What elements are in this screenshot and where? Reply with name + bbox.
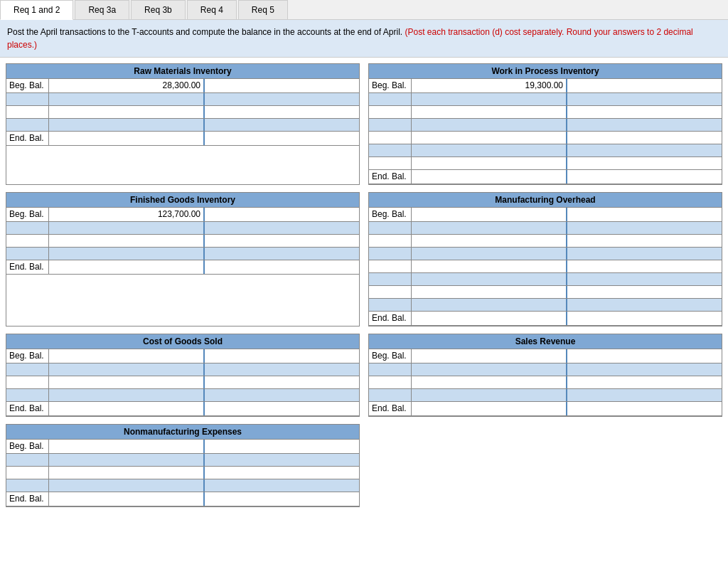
nonmanufacturing-body: Beg. Bal. End. Bal. [6,440,359,506]
wip-row3 [369,119,722,132]
raw-materials-row3 [6,119,359,132]
cogs-end-bal-row: End. Bal. [6,402,359,416]
instructions-box: Post the April transactions to the T-acc… [0,20,728,58]
mo-row1 [369,222,722,235]
wip-end-bal-credit[interactable] [567,170,722,184]
fg-row3 [6,248,359,260]
sales-revenue-header: Sales Revenue [369,334,722,349]
cogs-beg-bal-debit[interactable] [49,349,205,363]
nm-row3 [6,479,359,492]
sr-beg-bal-credit[interactable] [567,349,722,363]
work-in-process-header: Work in Process Inventory [369,64,722,79]
nm-end-bal-debit[interactable] [49,492,205,506]
finished-goods-header: Finished Goods Inventory [6,193,359,208]
wip-row6 [369,157,722,170]
sr-beg-bal-label: Beg. Bal. [369,349,412,363]
cogs-beg-bal-credit[interactable] [205,349,359,363]
tab-req1and2[interactable]: Req 1 and 2 [0,0,73,20]
cogs-end-bal-credit[interactable] [205,402,359,415]
mo-row6 [369,286,722,299]
raw-materials-end-bal-credit[interactable] [205,132,359,145]
tab-bar: Req 1 and 2 Req 3a Req 3b Req 4 Req 5 [0,0,728,20]
mo-row7 [369,299,722,312]
mo-row2 [369,235,722,248]
raw-materials-beg-bal-credit[interactable] [205,79,359,92]
nm-end-bal-label: End. Bal. [6,492,49,506]
manufacturing-overhead-header: Manufacturing Overhead [369,193,722,208]
sr-beg-bal-debit[interactable] [412,349,567,363]
cogs-header: Cost of Goods Sold [6,334,359,349]
mo-row4 [369,260,722,273]
nm-beg-bal-row: Beg. Bal. [6,440,359,454]
raw-materials-end-bal-debit[interactable] [49,132,205,145]
tab-req4[interactable]: Req 4 [187,0,237,19]
t-account-cost-of-goods-sold: Cost of Goods Sold Beg. Bal. End. Bal. [6,334,360,417]
content-area: Raw Materials Inventory Beg. Bal. 28,300… [0,58,728,513]
fg-row1 [6,222,359,235]
sr-row2 [369,376,722,389]
nm-beg-bal-credit[interactable] [205,440,359,453]
mo-row3 [369,248,722,260]
raw-materials-header: Raw Materials Inventory [6,64,359,79]
grid-placeholder [368,424,722,507]
raw-materials-beg-bal-row: Beg. Bal. 28,300.00 [6,79,359,93]
nm-beg-bal-debit[interactable] [49,440,205,453]
mo-beg-bal-label: Beg. Bal. [369,208,412,221]
wip-end-bal-label: End. Bal. [369,170,412,184]
sr-end-bal-credit[interactable] [567,402,722,415]
raw-materials-beg-bal-label: Beg. Bal. [6,79,49,92]
raw-materials-end-bal-label: End. Bal. [6,132,49,145]
wip-beg-bal-row: Beg. Bal. 19,300.00 [369,79,722,93]
mo-end-bal-credit[interactable] [567,312,722,325]
sr-row1 [369,363,722,376]
wip-row5 [369,144,722,157]
mo-beg-bal-credit[interactable] [567,208,722,221]
sales-revenue-body: Beg. Bal. End. Bal. [369,349,722,416]
work-in-process-body: Beg. Bal. 19,300.00 End [369,79,722,184]
nm-end-bal-credit[interactable] [205,492,359,506]
fg-end-bal-label: End. Bal. [6,260,49,274]
raw-materials-row1 [6,93,359,106]
fg-beg-bal-credit[interactable] [205,208,359,221]
wip-beg-bal-label: Beg. Bal. [369,79,412,92]
fg-end-bal-debit[interactable] [49,260,205,274]
wip-beg-bal-credit[interactable] [567,79,722,92]
t-account-work-in-process: Work in Process Inventory Beg. Bal. 19,3… [368,63,722,185]
instructions-main: Post the April transactions to the T-acc… [7,27,402,37]
t-account-finished-goods: Finished Goods Inventory Beg. Bal. 123,7… [6,192,360,326]
manufacturing-overhead-body: Beg. Bal. [369,208,722,326]
sr-row3 [369,389,722,402]
nm-beg-bal-label: Beg. Bal. [6,440,49,453]
wip-beg-bal-debit: 19,300.00 [412,79,567,92]
cogs-row1 [6,363,359,376]
wip-row1 [369,93,722,106]
wip-end-bal-row: End. Bal. [369,170,722,184]
mo-end-bal-row: End. Bal. [369,312,722,326]
raw-materials-body: Beg. Bal. 28,300.00 End. Bal. [6,79,359,146]
tab-req3b[interactable]: Req 3b [131,0,186,19]
sr-end-bal-label: End. Bal. [369,402,412,415]
fg-row2 [6,235,359,248]
mo-beg-bal-debit[interactable] [412,208,567,221]
tabs-container: Req 1 and 2 Req 3a Req 3b Req 4 Req 5 [0,0,728,20]
fg-end-bal-row: End. Bal. [6,260,359,275]
cogs-row2 [6,376,359,389]
sr-end-bal-debit[interactable] [412,402,567,415]
cogs-end-bal-debit[interactable] [49,402,205,415]
nm-row1 [6,454,359,467]
nonmanufacturing-header: Nonmanufacturing Expenses [6,425,359,440]
mo-row5 [369,273,722,286]
nm-row2 [6,467,359,479]
cogs-body: Beg. Bal. End. Bal. [6,349,359,416]
tab-req3a[interactable]: Req 3a [75,0,129,19]
fg-end-bal-credit[interactable] [205,260,359,274]
wip-row2 [369,106,722,119]
fg-beg-bal-row: Beg. Bal. 123,700.00 [6,208,359,222]
mo-end-bal-debit[interactable] [412,312,567,325]
sr-end-bal-row: End. Bal. [369,402,722,416]
t-account-manufacturing-overhead: Manufacturing Overhead Beg. Bal. [368,192,722,326]
tab-req5[interactable]: Req 5 [238,0,288,19]
fg-beg-bal-label: Beg. Bal. [6,208,49,221]
sr-beg-bal-row: Beg. Bal. [369,349,722,363]
wip-end-bal-debit[interactable] [412,170,567,184]
